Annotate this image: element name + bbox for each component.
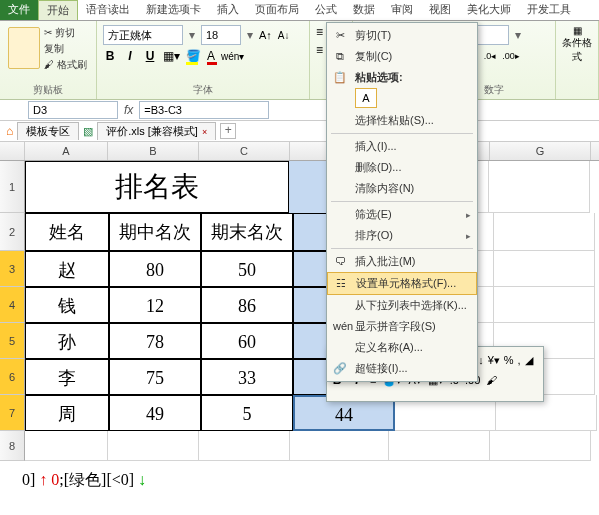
ctx-paste-special[interactable]: 选择性粘贴(S)...: [327, 110, 477, 131]
copy-button[interactable]: 复制: [42, 41, 89, 57]
fx-icon[interactable]: fx: [124, 103, 133, 117]
tab-home[interactable]: 开始: [38, 0, 78, 20]
hdr-mid[interactable]: 期中名次: [109, 213, 201, 251]
col-header-g[interactable]: G: [490, 142, 591, 160]
col-header-b[interactable]: B: [108, 142, 199, 160]
dec-decimal-button[interactable]: .00▸: [502, 51, 520, 61]
font-size-select[interactable]: [201, 25, 241, 45]
ctx-sort[interactable]: 排序(O)▸: [327, 225, 477, 246]
ctx-paste-all[interactable]: A: [355, 88, 377, 108]
ctx-delete[interactable]: 删除(D)...: [327, 157, 477, 178]
grow-font-icon[interactable]: A↑: [259, 29, 272, 41]
row-header-6[interactable]: 6: [0, 359, 25, 395]
cond-format-button[interactable]: ▦条件格式: [562, 25, 592, 64]
ctx-show-phonetic[interactable]: wén显示拼音字段(S): [327, 316, 477, 337]
row-header-3[interactable]: 3: [0, 251, 25, 287]
phonetic-icon: wén: [333, 320, 347, 334]
hdr-final[interactable]: 期末名次: [201, 213, 293, 251]
italic-button[interactable]: I: [123, 49, 137, 63]
ctx-insert-comment[interactable]: 🗨插入批注(M): [327, 251, 477, 272]
row-header-8[interactable]: 8: [0, 431, 25, 461]
font-color-button[interactable]: A: [207, 49, 215, 63]
mini-more-icon[interactable]: ◢: [525, 354, 533, 367]
tab-speech[interactable]: 语音读出: [78, 0, 138, 20]
row-header-1[interactable]: 1: [0, 161, 25, 213]
underline-button[interactable]: U: [143, 49, 157, 63]
link-icon: 🔗: [333, 362, 347, 376]
ctx-insert[interactable]: 插入(I)...: [327, 136, 477, 157]
select-all-corner[interactable]: [0, 142, 25, 160]
ctx-cut[interactable]: ✂剪切(T): [327, 25, 477, 46]
tab-layout[interactable]: 页面布局: [247, 0, 307, 20]
align-left-icon[interactable]: ≡: [316, 43, 323, 57]
tab-view[interactable]: 视图: [421, 0, 459, 20]
bold-button[interactable]: B: [103, 49, 117, 63]
mini-fmtpaint-icon[interactable]: 🖌: [486, 374, 497, 386]
tab-dev[interactable]: 开发工具: [519, 0, 579, 20]
col-header-c[interactable]: C: [199, 142, 290, 160]
context-menu: ✂剪切(T) ⧉复制(C) 📋粘贴选项: A 选择性粘贴(S)... 插入(I)…: [326, 22, 478, 382]
home-icon[interactable]: ⌂: [6, 124, 13, 138]
scissors-icon: ✂: [333, 29, 347, 43]
workbook-tab-file[interactable]: 评价.xls [兼容模式]×: [97, 122, 216, 140]
font-name-select[interactable]: [103, 25, 183, 45]
group-clipboard-label: 剪贴板: [0, 83, 96, 97]
tab-beautify[interactable]: 美化大师: [459, 0, 519, 20]
cell-a3[interactable]: 赵: [25, 251, 109, 287]
copy-icon: ⧉: [333, 50, 347, 64]
ctx-paste-options-label: 📋粘贴选项:: [327, 67, 477, 88]
row-header-4[interactable]: 4: [0, 287, 25, 323]
phonetic-guide-button[interactable]: wén▾: [221, 51, 244, 62]
fill-color-button[interactable]: 🪣: [186, 49, 201, 63]
mini-comma-icon[interactable]: ,: [518, 354, 521, 366]
tab-insert[interactable]: 插入: [209, 0, 247, 20]
brush-icon: 🖌: [44, 59, 54, 70]
tab-review[interactable]: 审阅: [383, 0, 421, 20]
tab-file[interactable]: 文件: [0, 0, 38, 20]
inc-decimal-button[interactable]: .0◂: [484, 51, 497, 61]
add-tab-button[interactable]: +: [220, 123, 236, 139]
col-header-a[interactable]: A: [25, 142, 108, 160]
clipboard-icon: 📋: [333, 71, 347, 85]
chevron-right-icon: ▸: [466, 231, 471, 241]
ctx-dropdown-pick[interactable]: 从下拉列表中选择(K)...: [327, 295, 477, 316]
name-box[interactable]: [28, 101, 118, 119]
scissors-icon: ✂: [44, 27, 52, 38]
cell-c3[interactable]: 50: [201, 251, 293, 287]
hdr-name[interactable]: 姓名: [25, 213, 109, 251]
tab-formulas[interactable]: 公式: [307, 0, 345, 20]
cut-button[interactable]: ✂ 剪切: [42, 25, 89, 41]
mini-percent-icon[interactable]: %: [504, 354, 514, 366]
ctx-format-cells[interactable]: ☷设置单元格格式(F)...: [327, 272, 477, 295]
tab-newtab[interactable]: 新建选项卡: [138, 0, 209, 20]
group-font-label: 字体: [97, 83, 309, 97]
comment-icon: 🗨: [333, 255, 347, 269]
chevron-right-icon: ▸: [466, 210, 471, 220]
format-painter-button[interactable]: 🖌 格式刷: [42, 57, 89, 73]
mini-currency-icon[interactable]: ¥▾: [488, 354, 500, 367]
workbook-tab-templates[interactable]: 模板专区: [17, 122, 79, 140]
title-cell[interactable]: 排名表: [25, 161, 289, 213]
ctx-define-name[interactable]: 定义名称(A)...: [327, 337, 477, 358]
ctx-hyperlink[interactable]: 🔗超链接(I)...: [327, 358, 477, 379]
paste-button[interactable]: [8, 27, 40, 69]
align-top-icon[interactable]: ≡: [316, 25, 323, 39]
ctx-clear[interactable]: 清除内容(N): [327, 178, 477, 199]
ctx-copy[interactable]: ⧉复制(C): [327, 46, 477, 67]
formula-bar[interactable]: [139, 101, 269, 119]
shrink-font-icon[interactable]: A↓: [278, 30, 290, 41]
tab-data[interactable]: 数据: [345, 0, 383, 20]
row-header-7[interactable]: 7: [0, 395, 25, 431]
close-tab-icon[interactable]: ×: [202, 127, 207, 137]
ctx-filter[interactable]: 筛选(E)▸: [327, 204, 477, 225]
footer-format-code: 0] ↑ 0;[绿色][<0] ↓: [22, 470, 146, 491]
border-button[interactable]: ▦▾: [163, 49, 180, 63]
excel-icon: ▧: [83, 125, 93, 138]
row-header-2[interactable]: 2: [0, 213, 25, 251]
row-header-5[interactable]: 5: [0, 323, 25, 359]
format-cells-icon: ☷: [334, 277, 348, 291]
cell-b3[interactable]: 80: [109, 251, 201, 287]
